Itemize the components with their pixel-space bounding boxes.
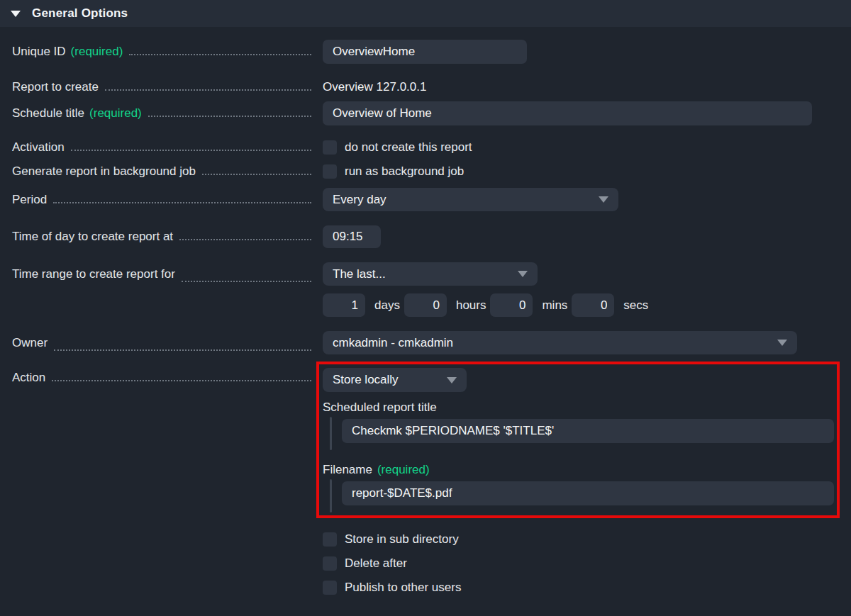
dotted-leader <box>202 174 311 175</box>
time-of-day-label: Time of day to create report at <box>12 230 173 244</box>
period-select[interactable]: Every day <box>323 188 618 211</box>
schedule-title-required: (required) <box>89 106 142 121</box>
duration-secs-unit: secs <box>623 298 648 313</box>
schedule-title-label: Schedule title <box>12 106 84 121</box>
publish-other-users-checkbox[interactable] <box>323 581 337 595</box>
indent-bar <box>330 417 332 450</box>
scheduled-report-title-input[interactable] <box>342 419 834 443</box>
action-highlight-box: Store locally Scheduled report title Fil… <box>316 362 840 518</box>
duration-mins-input[interactable] <box>490 293 533 317</box>
general-options-section: General Options Unique ID (required) Rep… <box>0 0 851 595</box>
delete-after-checkbox[interactable] <box>323 556 337 571</box>
time-range-select[interactable]: The last... <box>323 262 538 286</box>
time-range-duration-row: days hours mins secs <box>323 293 851 317</box>
background-job-label: Generate report in background job <box>12 164 196 179</box>
store-sub-directory-label: Store in sub directory <box>345 532 459 547</box>
report-to-create-value: Overview 127.0.0.1 <box>323 79 851 94</box>
chevron-down-icon <box>599 196 608 203</box>
schedule-title-input[interactable] <box>323 101 812 125</box>
background-job-checkbox-label: run as background job <box>345 164 464 179</box>
owner-label: Owner <box>12 336 48 350</box>
duration-hours-input[interactable] <box>404 293 447 317</box>
duration-secs-input[interactable] <box>572 293 614 317</box>
row-time-range: Time range to create report for The last… <box>0 262 851 317</box>
action-label: Action <box>12 371 45 385</box>
time-range-selected-value: The last... <box>333 267 386 281</box>
duration-mins-unit: mins <box>542 298 567 313</box>
row-background-job: Generate report in background job run as… <box>0 164 851 179</box>
dotted-leader <box>182 281 311 282</box>
row-time-of-day: Time of day to create report at <box>0 225 851 248</box>
owner-select[interactable]: cmkadmin - cmkadmin <box>323 331 797 354</box>
row-delete-after: Delete after <box>0 556 851 571</box>
action-label-cell: Action <box>12 362 323 385</box>
period-selected-value: Every day <box>333 193 386 207</box>
report-to-create-label: Report to create <box>12 80 99 94</box>
dotted-leader <box>54 349 311 351</box>
unique-id-input[interactable] <box>323 40 527 64</box>
activation-checkbox[interactable] <box>323 140 337 155</box>
dotted-leader <box>129 54 311 55</box>
dotted-leader <box>53 202 311 203</box>
row-schedule-title: Schedule title (required) <box>0 101 851 125</box>
period-label: Period <box>12 193 47 207</box>
report-to-create-label-cell: Report to create <box>12 80 323 94</box>
row-owner: Owner cmkadmin - cmkadmin <box>0 331 851 354</box>
time-range-label: Time range to create report for <box>12 267 175 281</box>
time-range-label-cell: Time range to create report for <box>12 262 323 286</box>
period-label-cell: Period <box>12 193 323 207</box>
activation-checkbox-label: do not create this report <box>345 140 472 155</box>
section-header-general-options[interactable]: General Options <box>0 0 851 27</box>
row-store-sub-directory: Store in sub directory <box>0 532 851 547</box>
filename-required: (required) <box>377 462 430 477</box>
filename-input[interactable] <box>342 481 834 505</box>
row-activation: Activation do not create this report <box>0 140 851 155</box>
time-of-day-label-cell: Time of day to create report at <box>12 230 323 244</box>
background-job-label-cell: Generate report in background job <box>12 164 323 179</box>
duration-days-input[interactable] <box>323 293 365 317</box>
collapse-triangle-icon[interactable] <box>11 11 21 17</box>
unique-id-required: (required) <box>71 45 123 59</box>
schedule-title-label-cell: Schedule title (required) <box>12 106 323 121</box>
chevron-down-icon <box>777 340 787 346</box>
activation-label: Activation <box>12 140 65 155</box>
owner-label-cell: Owner <box>12 331 323 354</box>
dotted-leader <box>71 150 311 151</box>
scheduled-report-title-label: Scheduled report title <box>323 400 834 415</box>
section-title: General Options <box>32 6 128 21</box>
action-selected-value: Store locally <box>333 373 399 387</box>
row-action: Action Store locally Scheduled report ti… <box>0 362 851 518</box>
dotted-leader <box>148 116 311 117</box>
duration-hours-unit: hours <box>456 298 486 313</box>
chevron-down-icon <box>447 377 457 383</box>
action-select[interactable]: Store locally <box>323 368 467 392</box>
owner-selected-value: cmkadmin - cmkadmin <box>333 336 453 350</box>
duration-days-unit: days <box>374 298 400 313</box>
row-unique-id: Unique ID (required) <box>0 40 851 64</box>
unique-id-label-cell: Unique ID (required) <box>12 45 323 59</box>
dotted-leader <box>179 239 311 240</box>
delete-after-label: Delete after <box>345 556 407 571</box>
indent-bar <box>330 479 332 513</box>
store-sub-directory-checkbox[interactable] <box>323 532 337 547</box>
scheduled-report-title-group <box>323 417 834 450</box>
publish-other-users-label: Publish to other users <box>345 581 461 595</box>
time-of-day-input[interactable] <box>323 225 381 248</box>
activation-label-cell: Activation <box>12 140 323 155</box>
background-job-checkbox[interactable] <box>323 164 337 179</box>
dotted-leader <box>105 89 311 91</box>
row-publish-other-users: Publish to other users <box>0 581 851 595</box>
general-options-form: Unique ID (required) Report to create Ov… <box>0 27 851 595</box>
chevron-down-icon <box>518 271 528 277</box>
row-period: Period Every day <box>0 188 851 211</box>
unique-id-label: Unique ID <box>12 45 66 59</box>
filename-group <box>323 479 834 513</box>
filename-label: Filename (required) <box>323 462 834 477</box>
dotted-leader <box>52 380 311 381</box>
row-report-to-create: Report to create Overview 127.0.0.1 <box>0 79 851 94</box>
